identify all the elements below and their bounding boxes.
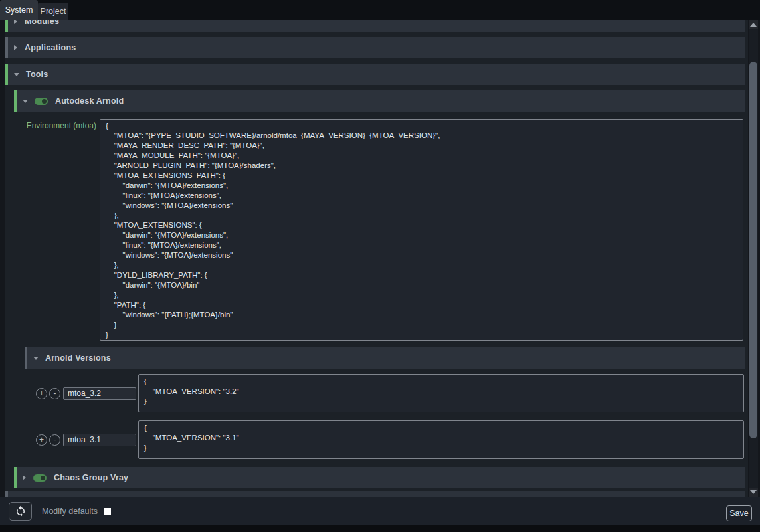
add-version-button[interactable]: +: [36, 388, 47, 399]
settings-viewport: Modules Applications Tools Autodesk Arno…: [0, 20, 760, 497]
section-label: Arnold Versions: [45, 353, 111, 363]
tab-system[interactable]: System: [0, 0, 38, 20]
version-name-input[interactable]: [63, 387, 136, 400]
section-label: Chaos Group Vray: [54, 473, 128, 482]
section-label: Modules: [25, 20, 59, 26]
version-json-textarea[interactable]: [138, 374, 744, 412]
environment-label: Environment (mtoa): [5, 119, 96, 130]
next-section-sliver: [5, 491, 745, 497]
window-bottom-edge: [0, 525, 760, 532]
refresh-icon: [15, 505, 27, 517]
chevron-right-icon: [14, 45, 17, 50]
arrow-up-icon: [750, 23, 757, 27]
footer-bar: Modify defaults Save: [0, 497, 760, 525]
version-row: + -: [36, 374, 745, 412]
tab-project[interactable]: Project: [38, 3, 68, 20]
version-row: + -: [36, 420, 745, 459]
environment-row: Environment (mtoa): [5, 119, 745, 341]
chevron-down-icon: [33, 357, 39, 360]
section-header-modules[interactable]: Modules: [5, 20, 745, 32]
section-header-tools[interactable]: Tools: [5, 64, 745, 85]
enabled-toggle[interactable]: [35, 98, 48, 105]
save-button[interactable]: Save: [726, 505, 752, 521]
enabled-toggle[interactable]: [33, 474, 47, 482]
modify-defaults-label: Modify defaults: [42, 507, 98, 516]
scrollbar-thumb[interactable]: [749, 62, 757, 438]
section-header-applications[interactable]: Applications: [5, 37, 745, 58]
settings-window: System Project Modules Applications Tool…: [0, 0, 760, 532]
chevron-down-icon: [23, 100, 28, 103]
version-name-input[interactable]: [63, 434, 136, 446]
section-header-chaos-group-vray[interactable]: Chaos Group Vray: [14, 467, 745, 488]
remove-version-button[interactable]: -: [49, 388, 60, 399]
vertical-scrollbar[interactable]: [749, 20, 758, 497]
section-label: Autodesk Arnold: [55, 96, 124, 106]
chevron-down-icon: [14, 73, 19, 76]
add-version-button[interactable]: +: [36, 434, 47, 446]
version-json-textarea[interactable]: [138, 420, 744, 459]
scroll-down-button[interactable]: [749, 488, 758, 497]
section-header-arnold-versions[interactable]: Arnold Versions: [25, 347, 745, 369]
section-label: Tools: [26, 70, 48, 79]
refresh-button[interactable]: [9, 502, 32, 521]
tab-bar: System Project: [0, 0, 760, 20]
arrow-down-icon: [750, 490, 757, 494]
environment-json-textarea[interactable]: [100, 119, 743, 341]
remove-version-button[interactable]: -: [49, 434, 60, 446]
settings-content: Modules Applications Tools Autodesk Arno…: [5, 20, 745, 497]
section-label: Applications: [25, 43, 76, 52]
modify-defaults-checkbox[interactable]: [104, 508, 111, 515]
chevron-right-icon: [23, 475, 26, 480]
section-header-autodesk-arnold[interactable]: Autodesk Arnold: [14, 90, 745, 112]
scroll-up-button[interactable]: [749, 20, 758, 29]
chevron-right-icon: [14, 20, 17, 24]
